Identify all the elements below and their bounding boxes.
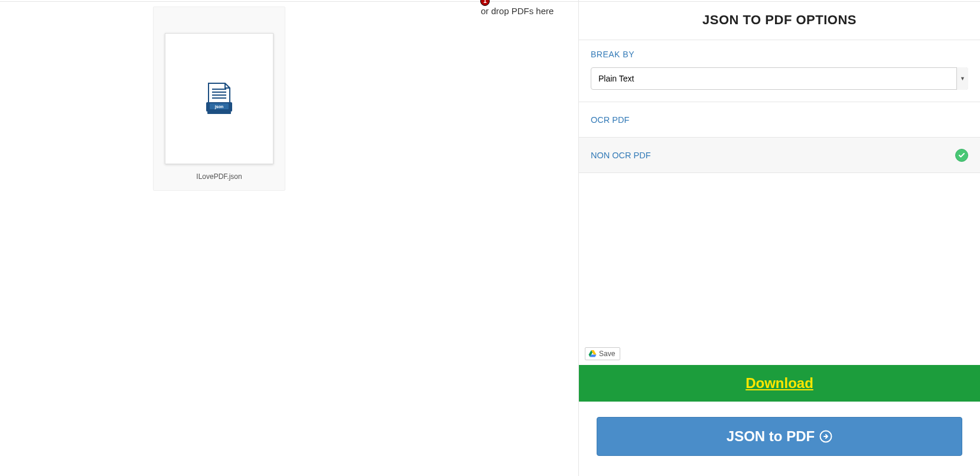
convert-label: JSON to PDF	[727, 428, 815, 445]
download-button[interactable]: Download	[579, 365, 980, 402]
break-by-section: BREAK BY Plain Text ▼	[579, 40, 980, 102]
main-drop-area[interactable]: 1 or drop PDFs here json ILovePDF.json	[0, 0, 578, 476]
file-name-label: ILovePDF.json	[196, 172, 242, 181]
convert-wrap: JSON to PDF	[579, 402, 980, 476]
download-label: Download	[745, 375, 813, 392]
tab-ocr-pdf[interactable]: OCR PDF	[579, 102, 980, 138]
select-value: Plain Text	[598, 74, 634, 83]
google-drive-icon	[588, 350, 597, 358]
check-icon	[955, 149, 968, 162]
convert-button[interactable]: JSON to PDF	[597, 417, 962, 456]
panel-title: JSON TO PDF OPTIONS	[579, 0, 980, 40]
file-card[interactable]: json ILovePDF.json	[153, 6, 285, 191]
file-count-badge: 1	[480, 0, 490, 6]
tab-non-ocr-label: NON OCR PDF	[591, 151, 651, 160]
file-thumbnail: json	[165, 33, 274, 164]
save-label: Save	[599, 350, 615, 358]
arrow-circle-right-icon	[819, 430, 832, 443]
options-sidebar: JSON TO PDF OPTIONS BREAK BY Plain Text …	[578, 0, 980, 476]
save-to-drive-button[interactable]: Save	[585, 347, 620, 360]
spacer	[579, 173, 980, 347]
break-by-label: BREAK BY	[591, 50, 968, 59]
tab-ocr-label: OCR PDF	[591, 115, 629, 125]
json-file-icon: json	[204, 82, 235, 115]
chevron-down-icon: ▼	[956, 67, 968, 90]
drop-hint-text: or drop PDFs here	[481, 6, 554, 16]
save-row: Save	[579, 347, 980, 365]
svg-text:json: json	[214, 105, 223, 109]
break-by-select[interactable]: Plain Text ▼	[591, 67, 968, 90]
badge-count: 1	[483, 0, 487, 4]
svg-rect-7	[207, 112, 231, 114]
tab-non-ocr-pdf[interactable]: NON OCR PDF	[579, 138, 980, 173]
